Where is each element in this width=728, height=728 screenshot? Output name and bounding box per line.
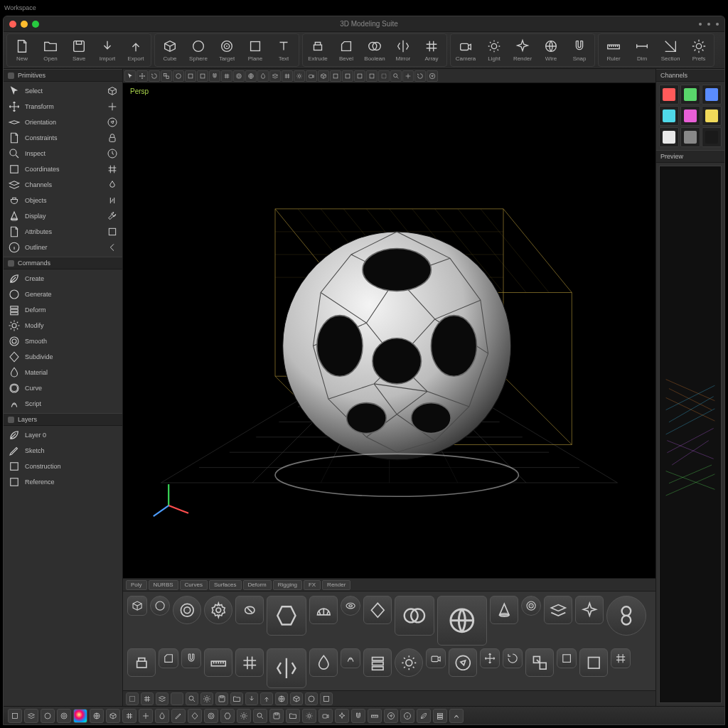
sidebar-item-smooth[interactable]: Smooth [4, 333, 122, 349]
viewport-iso-button[interactable] [318, 70, 329, 82]
status-info-button[interactable] [400, 709, 414, 723]
viewport-snap-button[interactable] [209, 70, 220, 82]
viewport-shade-button[interactable] [257, 70, 269, 82]
shelf-footer-search-button[interactable] [186, 692, 198, 705]
status-magnet-button[interactable] [351, 709, 365, 723]
shelf-footer-arrowdown-button[interactable] [245, 692, 258, 705]
asset-eight[interactable] [606, 596, 646, 636]
viewport-cam-button[interactable] [306, 70, 317, 82]
status-layers-button[interactable] [24, 709, 38, 723]
viewport-xray-button[interactable] [233, 70, 245, 82]
shelf-tab-nurbs[interactable]: NURBS [149, 580, 178, 590]
status-spark-button[interactable] [335, 709, 349, 723]
asset-ring[interactable] [173, 596, 201, 624]
shelf-footer-sel-button[interactable] [126, 692, 139, 705]
asset-wire[interactable] [437, 596, 487, 646]
viewport-wire-button[interactable] [245, 70, 257, 82]
asset-diamond[interactable] [363, 596, 392, 624]
viewport-edge-button[interactable] [185, 70, 196, 82]
viewport-grid-button[interactable] [221, 70, 232, 82]
asset-sun[interactable] [395, 648, 423, 677]
mirror-button[interactable]: Mirror [390, 35, 417, 66]
cam-button[interactable]: Camera [452, 35, 479, 66]
status-arrows-button[interactable] [139, 709, 153, 723]
asset-move[interactable] [480, 648, 500, 668]
status-hex-button[interactable] [220, 709, 235, 723]
status-box-button[interactable] [8, 709, 22, 723]
import-button[interactable]: Import [94, 35, 121, 66]
shelf-footer-wire-button[interactable] [275, 692, 288, 705]
asset-square[interactable] [557, 648, 577, 668]
asset-ruler[interactable] [204, 648, 232, 677]
asset-mirror[interactable] [267, 648, 306, 688]
shelf-tab-surfaces[interactable]: Surfaces [209, 580, 242, 590]
shelf-footer-grid-button[interactable] [141, 692, 154, 705]
sidebar-item-objects[interactable]: Objects [4, 193, 122, 208]
asset-protractor[interactable] [309, 596, 338, 624]
status-search-button[interactable] [253, 709, 267, 723]
render-button[interactable]: Render [509, 35, 536, 66]
swatch-blue[interactable] [702, 85, 722, 105]
cube-button[interactable]: Cube [156, 35, 183, 66]
export-button[interactable]: Export [122, 35, 149, 66]
asset-bevel[interactable] [159, 648, 178, 668]
asset-scale[interactable] [525, 648, 554, 677]
asset-glyph[interactable] [341, 648, 360, 668]
sidebar-item-sketch[interactable]: Sketch [4, 443, 122, 459]
shelf-footer-folder-button[interactable] [230, 692, 243, 705]
asset-circle[interactable] [150, 596, 170, 616]
panel-header-channels[interactable]: Channels [656, 69, 724, 82]
asset-extrude[interactable] [127, 648, 156, 677]
sidebar-item-inspect[interactable]: Inspect [4, 146, 122, 161]
shelf-tab-fx[interactable]: FX [304, 580, 321, 590]
asset-cube[interactable] [127, 596, 147, 616]
sidebar-item-generate[interactable]: Generate [4, 287, 122, 302]
sidebar-item-modify[interactable]: Modify [4, 318, 122, 333]
viewport-axis-button[interactable] [427, 70, 438, 82]
asset-camera[interactable] [426, 648, 446, 668]
sidebar-item-channels[interactable]: Channels [4, 177, 122, 193]
viewport-mat-button[interactable] [269, 70, 281, 82]
sect-button[interactable]: Section [657, 35, 684, 66]
asset-grid[interactable] [235, 648, 264, 677]
viewport-pan-button[interactable] [402, 70, 414, 82]
status-drop-button[interactable] [155, 709, 169, 723]
sphere-button[interactable]: Sphere [185, 35, 212, 66]
status-target-button[interactable] [57, 709, 71, 723]
viewport-scale-button[interactable] [161, 70, 172, 82]
bevel-button[interactable]: Bevel [333, 35, 360, 66]
sidebar-item-subdivide[interactable]: Subdivide [4, 349, 122, 365]
dim-button[interactable]: Dim [628, 35, 655, 66]
shelf-tab-render[interactable]: Render [322, 580, 350, 590]
shelf-tab-poly[interactable]: Poly [126, 580, 147, 590]
panel-header-layers[interactable]: Layers [4, 413, 122, 426]
pref-button[interactable]: Prefs [685, 35, 712, 66]
panel-header-primitives[interactable]: Primitives [4, 69, 122, 82]
swatch-magenta[interactable] [680, 106, 700, 126]
sidebar-item-coordinates[interactable]: Coordinates [4, 161, 122, 177]
status-circle-button[interactable] [41, 709, 55, 723]
viewport-vert-button[interactable] [173, 70, 184, 82]
shelf-footer-layers-button[interactable] [156, 692, 168, 705]
target-button[interactable]: Target [213, 35, 240, 66]
status-ring-button[interactable] [204, 709, 218, 723]
swatch-gray[interactable] [680, 127, 700, 147]
text-button[interactable]: Text [270, 35, 297, 66]
shelf-footer-gear-button[interactable] [200, 692, 213, 705]
asset-box[interactable] [579, 648, 608, 677]
wire-button[interactable]: Wire [537, 35, 564, 66]
asset-compass[interactable] [449, 648, 477, 677]
asset-hex[interactable] [267, 596, 306, 636]
swatch-green[interactable] [680, 85, 700, 105]
sidebar-item-create[interactable]: Create [4, 271, 122, 287]
shelf-footer-square-button[interactable] [320, 692, 333, 705]
viewport-fit-button[interactable] [378, 70, 390, 82]
viewport-ortho-button[interactable] [330, 70, 341, 82]
viewport-top-button[interactable] [366, 70, 378, 82]
shelf-footer-disk-button[interactable] [215, 692, 228, 705]
status-diamond-button[interactable] [188, 709, 202, 723]
status-sun-button[interactable] [302, 709, 316, 723]
sidebar-item-orientation[interactable]: Orientation [4, 114, 122, 130]
panel-header-preview[interactable]: Preview [656, 150, 724, 163]
sidebar-item-curve[interactable]: Curve [4, 380, 122, 396]
